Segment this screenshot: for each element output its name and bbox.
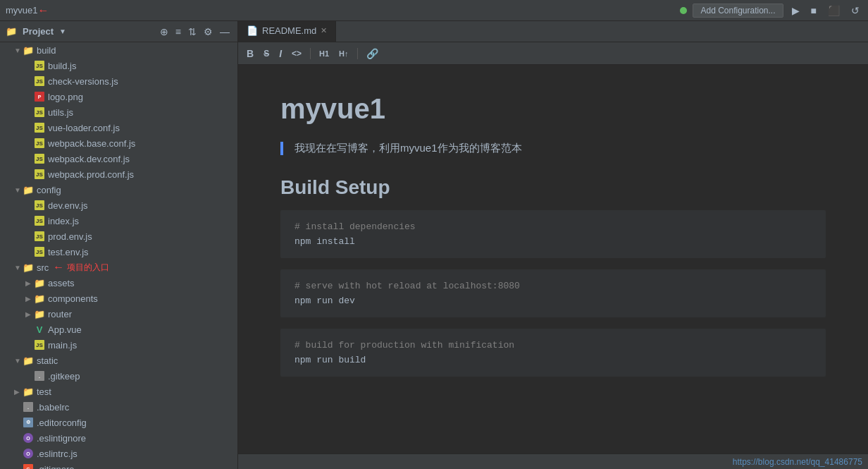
tree-item-utils[interactable]: JS utils.js	[0, 104, 237, 120]
build-code-block: # build for production with minification…	[280, 329, 826, 377]
tree-item-static[interactable]: ▼ 📁 static	[0, 353, 237, 368]
folder-icon: 📁	[23, 44, 34, 56]
install-cmd: npm install	[294, 236, 812, 247]
run-button[interactable]: ▶	[789, 4, 802, 18]
csdn-url: https://blog.csdn.net/qq_41486775	[733, 457, 862, 467]
sidebar-header: 📁 Project ▼ ⊕ ≡ ⇅ ⚙ —	[0, 21, 237, 42]
src-annotation: ← 项目的入口	[53, 261, 109, 274]
tree-label: components	[48, 293, 98, 304]
tree-label: main.js	[48, 340, 77, 351]
sidebar-header-icons: ⊕ ≡ ⇅ ⚙ —	[158, 25, 232, 38]
tree-item-build-js[interactable]: JS build.js	[0, 58, 237, 73]
tree-item-config[interactable]: ▼ 📁 config	[0, 182, 237, 197]
tree-item-app-vue[interactable]: V App.vue	[0, 322, 237, 337]
readme-quote: 我现在在写博客，利用myvue1作为我的博客范本	[280, 142, 826, 155]
tree-item-vue-loader[interactable]: JS vue-loader.conf.js	[0, 120, 237, 135]
tree-label: webpack.base.conf.js	[48, 138, 135, 149]
tree-item-babelrc[interactable]: . .babelrc	[0, 399, 237, 415]
tree-item-webpack-prod[interactable]: JS webpack.prod.conf.js	[0, 166, 237, 182]
folder-icon: 📁	[34, 293, 45, 304]
tree-label: .eslintignore	[37, 433, 86, 444]
settings-button[interactable]: ⚙	[202, 25, 215, 38]
tree-item-gitignore[interactable]: G .gitignore	[0, 461, 237, 469]
tree-label: .babelrc	[37, 402, 69, 413]
quote-text: 我现在在写博客，利用myvue1作为我的博客范本	[294, 142, 522, 154]
strikethrough-button[interactable]: S	[261, 47, 272, 60]
tree-item-dev-env[interactable]: JS dev.env.js	[0, 197, 237, 213]
link-button[interactable]: 🔗	[364, 47, 381, 61]
tree-label: index.js	[48, 216, 79, 226]
tree-item-assets[interactable]: ▶ 📁 assets	[0, 275, 237, 291]
annotation-text: 项目的入口	[67, 262, 109, 274]
tree-item-check-versions[interactable]: JS check-versions.js	[0, 73, 237, 89]
tree-label: static	[37, 355, 58, 366]
toolbar-separator	[310, 48, 311, 59]
tree-item-build[interactable]: ▼ 📁 build	[0, 42, 237, 58]
sidebar-title: Project	[23, 26, 54, 37]
bold-button[interactable]: B	[244, 47, 256, 61]
new-folder-button[interactable]: ≡	[173, 25, 183, 38]
h2-button[interactable]: H↑	[336, 48, 351, 59]
tree-item-index-js[interactable]: JS index.js	[0, 213, 237, 229]
add-configuration-button[interactable]: Add Configuration...	[693, 4, 783, 18]
tree-label: test.env.js	[48, 247, 89, 257]
italic-button[interactable]: I	[276, 47, 285, 61]
annotation-arrow-icon: ←	[53, 261, 64, 274]
dot-icon: .	[23, 401, 34, 413]
close-sidebar-button[interactable]: —	[218, 25, 232, 38]
serve-code-block: # serve with hot reload at localhost:808…	[280, 269, 826, 317]
h1-button[interactable]: H1	[316, 48, 332, 59]
tree-label: src	[37, 262, 49, 273]
revert-button[interactable]: ↺	[848, 4, 862, 18]
tree-label: utils.js	[48, 107, 73, 118]
tree-item-prod-env[interactable]: JS prod.env.js	[0, 229, 237, 244]
js-icon: JS	[34, 60, 45, 71]
tab-readme[interactable]: 📄 README.md ✕	[238, 21, 336, 42]
tree-item-test[interactable]: ▶ 📁 test	[0, 384, 237, 399]
sidebar: 📁 Project ▼ ⊕ ≡ ⇅ ⚙ — ▼ 📁 build JS build…	[0, 21, 238, 469]
md-icon: 📄	[247, 25, 258, 36]
tree-item-test-env[interactable]: JS test.env.js	[0, 244, 237, 260]
config-icon: ⚙	[23, 417, 34, 428]
tree-item-components[interactable]: ▶ 📁 components	[0, 291, 237, 306]
js-icon: JS	[34, 169, 45, 180]
tree-item-webpack-base[interactable]: JS webpack.base.conf.js	[0, 135, 237, 151]
tree-label: vue-loader.conf.js	[48, 123, 120, 133]
build-cmd: npm run build	[294, 355, 812, 365]
tree-item-eslintrc[interactable]: O .eslintrc.js	[0, 446, 237, 461]
tree-label: build.js	[48, 61, 76, 71]
sidebar-content: ▼ 📁 build JS build.js JS check-versions.…	[0, 42, 237, 469]
tab-bar: 📄 README.md ✕	[238, 21, 868, 42]
tree-label: check-versions.js	[48, 76, 118, 87]
js-icon: JS	[34, 153, 45, 164]
tree-item-gitkeep[interactable]: . .gitkeep	[0, 368, 237, 384]
new-file-button[interactable]: ⊕	[158, 25, 170, 38]
tree-label: webpack.prod.conf.js	[48, 169, 134, 180]
tab-label: README.md	[262, 25, 316, 36]
serve-cmd: npm run dev	[294, 296, 812, 306]
js-icon: JS	[34, 215, 45, 226]
tree-item-main-js[interactable]: JS main.js	[0, 337, 237, 353]
tree-item-src[interactable]: ▼ 📁 src ← 项目的入口	[0, 260, 237, 275]
bottom-bar: https://blog.csdn.net/qq_41486775	[238, 453, 868, 469]
stop-button[interactable]: ■	[808, 4, 819, 18]
tree-item-eslintignore[interactable]: O .eslintignore	[0, 430, 237, 446]
js-icon: JS	[34, 75, 45, 87]
code-button[interactable]: <>	[289, 47, 304, 60]
tree-item-webpack-dev[interactable]: JS webpack.dev.conf.js	[0, 151, 237, 166]
eslint-icon: O	[23, 448, 34, 459]
chevron-down-icon: ▼	[59, 28, 66, 35]
tree-label: dev.env.js	[48, 200, 88, 211]
tree-label: build	[37, 45, 56, 56]
tab-close-icon[interactable]: ✕	[321, 26, 327, 35]
build-button[interactable]: ⬛	[825, 4, 843, 18]
tree-item-router[interactable]: ▶ 📁 router	[0, 306, 237, 322]
tree-label: webpack.dev.conf.js	[48, 154, 130, 164]
tree-item-logo[interactable]: P logo.png	[0, 89, 237, 104]
editor-toolbar: B S I <> H1 H↑ 🔗	[238, 42, 868, 65]
title-bar-right: Add Configuration... ▶ ■ ⬛ ↺	[680, 4, 862, 18]
tree-label: assets	[48, 278, 75, 288]
toolbar-separator	[357, 48, 358, 59]
collapse-button[interactable]: ⇅	[186, 25, 199, 38]
tree-item-editorconfig[interactable]: ⚙ .editorconfig	[0, 415, 237, 430]
